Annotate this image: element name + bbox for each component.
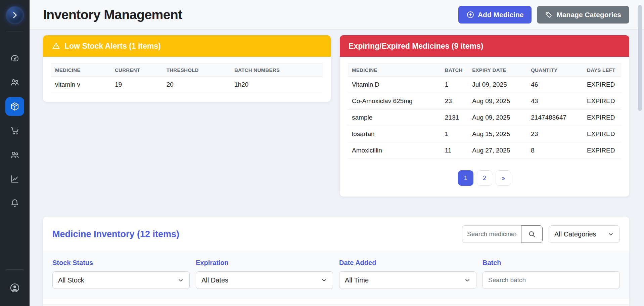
filter-label: Stock Status — [52, 259, 190, 267]
expiring-title: Expiring/Expired Medicines (9 items) — [349, 42, 483, 51]
column-header: ID — [43, 305, 62, 306]
column-header: Quantity — [527, 64, 583, 77]
sidebar-item-dashboard[interactable] — [5, 49, 24, 68]
pagination-page-1[interactable]: 1 — [458, 170, 473, 186]
sidebar-toggle-button[interactable] — [6, 6, 24, 24]
stock-status-value: All Stock — [58, 276, 84, 284]
expiring-pagination: 1 2 » — [348, 170, 621, 186]
date-added-select[interactable]: All Time — [339, 271, 476, 289]
table-cell: Jul 09, 2025 — [468, 77, 527, 93]
inventory-table: IDMedicine NameCategoryBatchExpiryUnit P… — [43, 304, 629, 306]
column-header: Threshold — [163, 64, 230, 77]
filter-date-added: Date Added All Time — [339, 259, 476, 289]
column-header: Medicine — [51, 64, 111, 77]
search-button[interactable] — [521, 225, 543, 243]
low-stock-card: Low Stock Alerts (1 items) MedicineCurre… — [43, 35, 331, 102]
column-header: Medicine — [348, 64, 441, 77]
table-cell: Amoxicillin — [348, 142, 441, 159]
search-input[interactable] — [462, 225, 521, 243]
expiration-select[interactable]: All Dates — [196, 271, 333, 289]
table-cell: 2131 — [441, 110, 468, 126]
table-cell: vitamin v — [51, 77, 111, 93]
sidebar-item-users[interactable] — [5, 73, 24, 92]
sidebar-bottom — [0, 269, 30, 306]
table-cell: Aug 09, 2025 — [468, 93, 527, 110]
sidebar — [0, 0, 30, 306]
pagination-page-2[interactable]: 2 — [477, 170, 492, 186]
table-cell: 1 — [441, 77, 468, 93]
date-added-value: All Time — [345, 276, 369, 284]
pagination-next-button[interactable]: » — [496, 170, 511, 186]
low-stock-card-body: MedicineCurrentThresholdBatch Numbers vi… — [43, 57, 331, 102]
header-actions: Add Medicine Manage Categories — [458, 6, 629, 24]
sidebar-item-inventory[interactable] — [5, 97, 24, 116]
table-cell: Aug 09, 2025 — [468, 110, 527, 126]
medicine-search-group — [462, 225, 543, 243]
column-header: Expiry — [278, 305, 334, 306]
inventory-controls: All Categories — [462, 225, 620, 243]
inventory-title: Medicine Inventory (12 items) — [52, 229, 179, 239]
table-cell: EXPIRED — [583, 142, 621, 159]
category-select-value: All Categories — [554, 230, 596, 238]
table-cell: Co-Amoxiclav 625mg — [348, 93, 441, 110]
expiring-table: MedicineBatchExpiry DateQuantityDays Lef… — [348, 63, 621, 159]
table-cell: EXPIRED — [583, 77, 621, 93]
page-title: Inventory Management — [43, 7, 182, 22]
category-select[interactable]: All Categories — [549, 225, 620, 243]
users-icon — [10, 77, 20, 87]
table-row: Vitamin D1Jul 09, 202546EXPIRED — [348, 77, 621, 93]
inventory-filter-band: Stock Status All Stock Expiration — [43, 251, 629, 299]
table-cell: 1h20 — [230, 77, 323, 93]
expiring-card-header: Expiring/Expired Medicines (9 items) — [340, 35, 629, 57]
chevron-down-icon — [607, 231, 614, 237]
bell-icon — [10, 198, 20, 208]
low-stock-title: Low Stock Alerts (1 items) — [64, 42, 161, 51]
column-header: Actions — [540, 305, 629, 306]
column-header: Status — [493, 305, 540, 306]
page-header: Inventory Management Add Medicine Manage… — [30, 0, 644, 30]
sidebar-item-reports[interactable] — [5, 170, 24, 188]
sidebar-item-notifications[interactable] — [5, 194, 24, 213]
add-medicine-button[interactable]: Add Medicine — [458, 6, 532, 24]
expiring-medicines-card: Expiring/Expired Medicines (9 items) Med… — [340, 35, 629, 196]
column-header: Quantity — [434, 305, 493, 306]
main-content: Inventory Management Add Medicine Manage… — [30, 0, 644, 306]
chart-line-icon — [10, 174, 20, 184]
table-cell: 8 — [527, 142, 583, 159]
sidebar-item-profile[interactable] — [5, 278, 24, 297]
sidebar-divider — [6, 269, 24, 270]
sidebar-nav — [5, 49, 24, 213]
expiration-value: All Dates — [201, 276, 228, 284]
column-header: Medicine Name — [62, 305, 163, 306]
table-cell: 43 — [527, 93, 583, 110]
column-header: Batch — [441, 64, 468, 77]
sidebar-divider — [6, 32, 24, 32]
low-stock-table: MedicineCurrentThresholdBatch Numbers vi… — [51, 63, 323, 93]
sidebar-item-sales[interactable] — [5, 121, 24, 140]
table-cell: 1 — [441, 126, 468, 142]
filter-stock-status: Stock Status All Stock — [52, 259, 190, 289]
low-stock-card-header: Low Stock Alerts (1 items) — [43, 35, 331, 57]
chevron-right-icon — [10, 11, 19, 19]
column-header: Days Left — [583, 64, 621, 77]
table-cell: 46 — [527, 77, 583, 93]
column-header: Unit Price — [334, 305, 379, 306]
medicine-inventory-card: Medicine Inventory (12 items) All Cate — [43, 217, 629, 306]
column-header: Batch Numbers — [230, 64, 323, 77]
stock-status-select[interactable]: All Stock — [52, 271, 190, 289]
table-header-row: IDMedicine NameCategoryBatchExpiryUnit P… — [43, 305, 629, 306]
content-area: Low Stock Alerts (1 items) MedicineCurre… — [30, 30, 644, 306]
page-scrollbar-thumb[interactable] — [638, 5, 642, 111]
gauge-icon — [10, 53, 20, 63]
filter-label: Expiration — [196, 259, 333, 267]
expiring-card-body: MedicineBatchExpiry DateQuantityDays Lef… — [340, 57, 629, 196]
table-cell: Vitamin D — [348, 77, 441, 93]
filter-label: Batch — [482, 259, 620, 267]
table-cell: losartan — [348, 126, 441, 142]
batch-search-input[interactable] — [482, 271, 620, 289]
plus-circle-icon — [466, 11, 474, 19]
app-window: Inventory Management Add Medicine Manage… — [0, 0, 644, 306]
table-header-row: MedicineBatchExpiry DateQuantityDays Lef… — [348, 64, 621, 77]
manage-categories-button[interactable]: Manage Categories — [537, 6, 629, 24]
sidebar-item-customers[interactable] — [5, 145, 24, 164]
